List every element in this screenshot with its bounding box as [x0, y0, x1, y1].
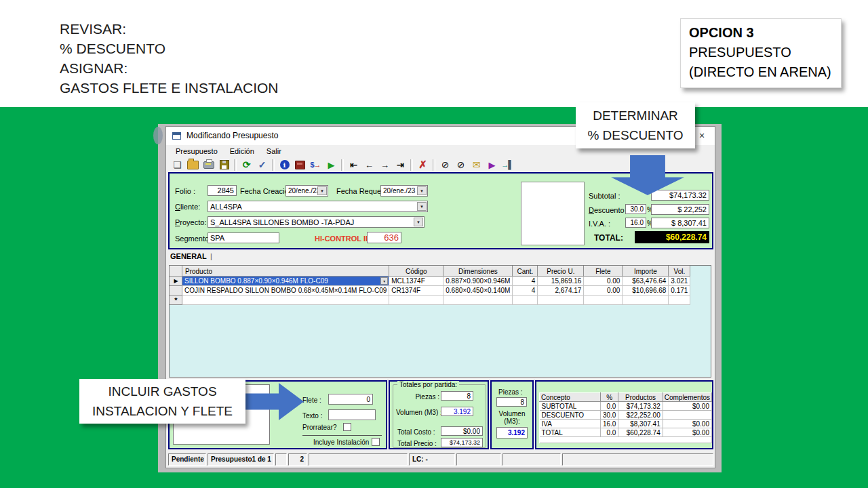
toolbar-cancel-a-button[interactable]: ⊘: [437, 158, 453, 171]
cell-importe[interactable]: $63,476.64: [623, 277, 669, 286]
menu-presupuesto[interactable]: Presupuesto: [170, 147, 224, 155]
cell-producto[interactable]: [182, 296, 389, 305]
piezas-field[interactable]: 8: [496, 397, 527, 407]
toolbar-nav-next-button[interactable]: →: [377, 158, 393, 171]
descuento-pct-field[interactable]: 30.0: [625, 204, 646, 214]
chevron-down-icon[interactable]: ▼: [317, 186, 327, 195]
toolbar-price-transfer-button[interactable]: $→: [308, 158, 323, 171]
chevron-down-icon[interactable]: ▼: [417, 186, 427, 195]
flete-field[interactable]: 0: [328, 394, 373, 405]
cell-cant[interactable]: 4: [513, 286, 538, 296]
total-costo-label: Total Costo :: [397, 428, 435, 436]
menu-salir[interactable]: Salir: [260, 147, 288, 155]
cell-precio[interactable]: [538, 296, 584, 305]
proyecto-combo[interactable]: S_ALL4SPA SILLONES BOMBO -TA-PDAJ▼: [208, 216, 425, 228]
toolbar-info-button[interactable]: i: [277, 158, 292, 171]
cell-precio[interactable]: 2,674.17: [538, 286, 584, 296]
iva-pct-field[interactable]: 16.0: [625, 218, 646, 228]
chevron-down-icon[interactable]: ▼: [414, 218, 423, 226]
toolbar-nav-last-button[interactable]: ⇥: [393, 158, 408, 171]
segmento-field[interactable]: SPA: [208, 232, 279, 243]
fecha-requerida-dropdown[interactable]: 20/ene./23▼: [380, 185, 428, 197]
descuento-amount-field[interactable]: $ 22,252: [651, 204, 709, 215]
close-button[interactable]: ×: [694, 129, 710, 142]
cell-importe[interactable]: [623, 296, 669, 305]
cell-precio[interactable]: 15,869.16: [538, 277, 584, 286]
toolbar-separator: [234, 159, 237, 171]
toolbar-delete-button[interactable]: ✗: [415, 158, 431, 171]
tab-general[interactable]: GENERAL: [170, 252, 207, 260]
volumen-field[interactable]: 3.192: [496, 427, 528, 439]
iva-amount-field[interactable]: $ 8,307.41: [651, 218, 709, 228]
total-precio-field[interactable]: $74,173.32: [441, 438, 483, 447]
table-row[interactable]: ▶ SILLON BOMBO 0.887×0.90×0.946M FLO-C09…: [170, 277, 690, 286]
status-panel: [309, 453, 408, 466]
toolbar-separator: [272, 159, 275, 171]
cell-codigo[interactable]: [389, 296, 443, 305]
cell-flete[interactable]: [584, 296, 623, 305]
cell-flete[interactable]: 0.00: [584, 286, 623, 296]
toolbar-mail-button[interactable]: ✉: [469, 158, 484, 171]
new-row-indicator[interactable]: *: [170, 296, 182, 305]
fecha-creacion-dropdown[interactable]: 20/ene./23▼: [285, 185, 328, 197]
cell-importe[interactable]: $10,696.68: [623, 286, 669, 296]
callout-freight-line1: INCLUIR GASTOS: [79, 382, 245, 401]
table-row-new[interactable]: *: [170, 296, 690, 305]
callout-discount-line2: % DESCUENTO: [576, 125, 695, 145]
info-icon: i: [280, 160, 290, 169]
toolbar-nav-first-button[interactable]: ⇤: [346, 158, 361, 171]
toolbar-open-file-button[interactable]: [185, 158, 201, 171]
incluye-instalacion-checkbox[interactable]: [372, 438, 380, 446]
col-pct: %: [600, 393, 618, 402]
texto-field[interactable]: [328, 409, 376, 420]
cliente-combo[interactable]: ALL4SPA▼: [208, 201, 428, 212]
cell-producto[interactable]: COJIN RESPALDO SILLON BOMBO 0.68×0.45M×0…: [182, 286, 389, 296]
toolbar-nav-prev-button[interactable]: ←: [361, 158, 377, 171]
flete-label: Flete :: [302, 396, 321, 404]
table-row[interactable]: COJIN RESPALDO SILLON BOMBO 0.68×0.45M×0…: [170, 286, 690, 296]
cell-productos: $74,173.32: [618, 402, 663, 411]
toolbar-exit-button[interactable]: →▌: [500, 158, 515, 171]
cell-codigo[interactable]: MCL1374F: [389, 277, 443, 286]
nav-prev-icon: ←: [365, 160, 374, 170]
cell-cant[interactable]: [513, 296, 538, 305]
total-costo-field[interactable]: $0.00: [441, 426, 483, 436]
toolbar-cancel-b-button[interactable]: ⊘: [453, 158, 469, 171]
cell-producto[interactable]: SILLON BOMBO 0.887×0.90×0.946M FLO-C09▼: [182, 277, 389, 286]
toolbar-save-button[interactable]: [216, 158, 232, 171]
volumen-label-line2: (M3):: [492, 418, 532, 425]
row-pointer[interactable]: ▶: [170, 277, 182, 286]
folio-field[interactable]: 2845: [208, 185, 237, 196]
row-selector[interactable]: [170, 286, 182, 296]
piezas-label: Piezas :: [403, 393, 439, 401]
status-state: Pendiente: [168, 453, 206, 466]
subtotal-field[interactable]: $74,173.32: [651, 190, 709, 201]
piezas-field[interactable]: 8: [441, 391, 473, 401]
cell-dimensiones[interactable]: 0.680×0.450×0.140M: [443, 286, 513, 296]
volumen-field[interactable]: 3.192: [441, 407, 473, 416]
cell-codigo[interactable]: CR1374F: [389, 286, 443, 296]
toolbar-send-document-button[interactable]: [292, 158, 308, 171]
table-row: SUBTOTAL 0.0 $74,173.32 $0.00: [540, 402, 712, 411]
prorratear-checkbox[interactable]: [343, 423, 351, 431]
toolbar-separator: [410, 159, 413, 171]
menu-edicion[interactable]: Edición: [224, 147, 260, 155]
toolbar-run-alt-button[interactable]: ▶: [484, 158, 500, 171]
cell-cant[interactable]: 4: [513, 277, 538, 286]
slide: REVISAR: % DESCUENTO ASIGNAR: GASTOS FLE…: [0, 0, 868, 488]
totals-panel: Totales por partida: Piezas : 8 Volumen …: [389, 380, 489, 449]
toolbar-confirm-button[interactable]: ✓: [254, 158, 270, 171]
chevron-down-icon[interactable]: ▼: [380, 277, 388, 285]
toolbar-new-document-button[interactable]: ❏: [170, 158, 185, 171]
cell-vol[interactable]: [669, 296, 690, 305]
cell-dimensiones[interactable]: 0.887×0.900×0.946M: [443, 277, 513, 286]
toolbar-refresh-button[interactable]: ⟳: [239, 158, 254, 171]
cell-vol[interactable]: 3.021: [669, 277, 690, 286]
status-panel: [456, 453, 501, 466]
cell-vol[interactable]: 0.171: [669, 286, 690, 296]
toolbar-print-button[interactable]: [201, 158, 216, 171]
cell-flete[interactable]: 0.00: [584, 277, 623, 286]
chevron-down-icon[interactable]: ▼: [417, 202, 427, 211]
toolbar-run-button[interactable]: ▶: [323, 158, 339, 171]
cell-dimensiones[interactable]: [443, 296, 513, 305]
